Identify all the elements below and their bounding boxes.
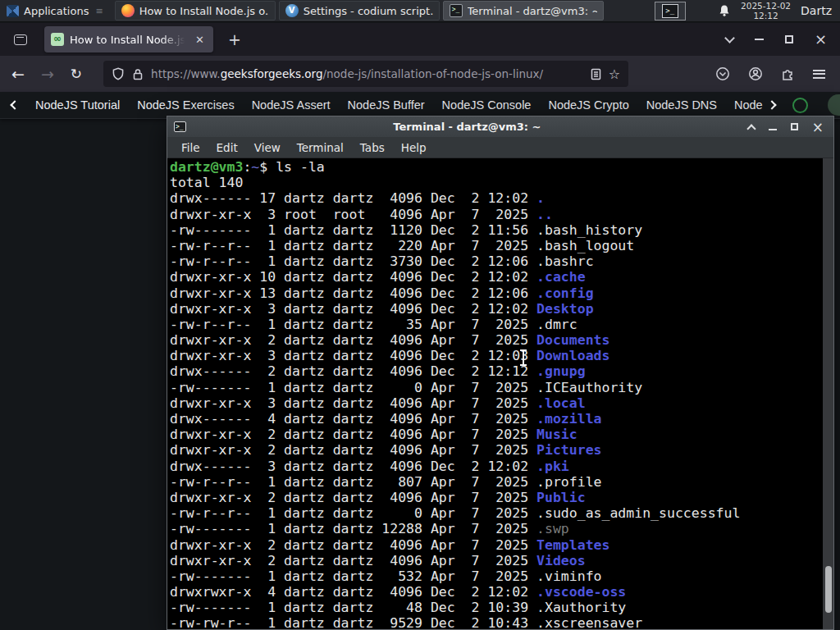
reload-icon[interactable]: ↻ bbox=[62, 62, 90, 85]
clock-time: 12:12 bbox=[741, 11, 791, 21]
site-nav-link[interactable]: NodeJS DNS bbox=[646, 98, 717, 112]
taskbar-button[interactable]: Terminal - dartz@vm3: ~ bbox=[443, 1, 604, 21]
taskbar-button[interactable]: How to Install Node.js o... bbox=[115, 1, 276, 21]
url-text: https://www.geeksforgeeks.org/node-js/in… bbox=[151, 67, 583, 80]
search-icon[interactable] bbox=[792, 98, 808, 113]
panel-clock[interactable]: 2025-12-02 12:12 bbox=[741, 1, 791, 21]
site-nav-link[interactable]: NodeJS Tutorial bbox=[35, 98, 120, 112]
extensions-icon[interactable] bbox=[781, 67, 795, 81]
shield-icon[interactable] bbox=[112, 67, 125, 80]
terminal-menu-item[interactable]: Tabs bbox=[353, 139, 392, 156]
site-nav-link[interactable]: NodeJS Exercises bbox=[137, 98, 234, 112]
window-controls: × bbox=[726, 34, 840, 44]
terminal-window-controls: × bbox=[748, 123, 827, 131]
account-icon[interactable] bbox=[748, 66, 763, 81]
terminal-titlebar-icon: >_ bbox=[174, 121, 186, 132]
taskbar-button[interactable]: Settings - codium script... bbox=[279, 1, 440, 21]
tab-title: How to Install Node.js on bbox=[70, 34, 187, 46]
terminal-icon bbox=[450, 4, 463, 17]
window-maximize-icon[interactable] bbox=[785, 35, 793, 43]
taskbar: How to Install Node.js o... Settings - c… bbox=[115, 0, 607, 22]
terminal-close-icon[interactable]: × bbox=[812, 123, 824, 131]
terminal-body[interactable]: dartz@vm3:~$ ls -latotal 140drwx------ 1… bbox=[167, 158, 833, 629]
window-minimize-icon[interactable] bbox=[755, 39, 764, 40]
site-nav-link[interactable]: NodeJS Crypto bbox=[548, 98, 628, 112]
workspace-terminal-icon: >_ bbox=[662, 4, 678, 18]
top-panel: Applications ≡ How to Install Node.js o.… bbox=[0, 0, 840, 22]
applications-menu-button[interactable]: Applications ≡ bbox=[0, 0, 110, 22]
panel-user-label[interactable]: Dartz bbox=[801, 4, 832, 17]
notifications-bell-icon[interactable] bbox=[718, 4, 731, 17]
task-label: How to Install Node.js o... bbox=[139, 5, 269, 17]
terminal-window: >_ Terminal - dartz@vm3: ~ × File Edit V… bbox=[167, 116, 834, 630]
url-path: /node-js/installation-of-node-js-on-linu… bbox=[323, 67, 544, 80]
vscodium-icon bbox=[285, 4, 299, 17]
site-nav-items: NodeJS Tutorial NodeJS Exercises NodeJS … bbox=[35, 98, 763, 112]
site-nav-link[interactable]: NodeJS Buffer bbox=[348, 98, 425, 112]
browser-tab-active[interactable]: How to Install Node.js on ✕ bbox=[44, 26, 213, 52]
terminal-titlebar[interactable]: >_ Terminal - dartz@vm3: ~ × bbox=[167, 116, 833, 137]
site-nav-link[interactable]: NodeJS Assert bbox=[252, 98, 331, 112]
task-label: Settings - codium script... bbox=[304, 5, 433, 17]
panel-grip-icon: ≡ bbox=[95, 6, 103, 16]
back-icon[interactable]: ← bbox=[3, 62, 33, 86]
terminal-menubar: File Edit View Terminal Tabs Help bbox=[167, 137, 833, 158]
new-tab-button[interactable]: + bbox=[223, 30, 246, 48]
toolbar-right-icons bbox=[715, 66, 840, 81]
browser-tab-bar: How to Install Node.js on ✕ + × bbox=[0, 23, 840, 56]
firefox-view-icon bbox=[14, 34, 27, 45]
site-nav-link[interactable]: NodeJS Console bbox=[442, 98, 532, 112]
reader-mode-icon[interactable] bbox=[591, 68, 601, 80]
site-nav-link[interactable]: Node bbox=[734, 98, 763, 112]
url-bar[interactable]: https://www.geeksforgeeks.org/node-js/in… bbox=[103, 61, 628, 87]
terminal-title: Terminal - dartz@vm3: ~ bbox=[186, 121, 748, 133]
terminal-minimize-icon[interactable] bbox=[769, 129, 777, 130]
terminal-shade-icon[interactable] bbox=[746, 124, 756, 133]
gfg-favicon bbox=[51, 33, 64, 46]
list-all-tabs-chevron-icon[interactable] bbox=[724, 33, 735, 43]
pocket-icon[interactable] bbox=[715, 66, 730, 81]
firefox-icon bbox=[121, 4, 135, 17]
terminal-scrollbar-thumb[interactable] bbox=[825, 566, 832, 613]
terminal-menu-item[interactable]: View bbox=[247, 139, 288, 156]
task-label: Terminal - dartz@vm3: ~ bbox=[468, 5, 597, 17]
forward-icon[interactable]: → bbox=[33, 62, 62, 86]
terminal-menu-item[interactable]: Edit bbox=[209, 139, 245, 156]
workspace-switcher[interactable]: >_ bbox=[655, 2, 686, 21]
url-domain: geeksforgeeks.org bbox=[221, 67, 323, 80]
terminal-output: dartz@vm3:~$ ls -latotal 140drwx------ 1… bbox=[170, 159, 740, 629]
bookmark-star-icon[interactable]: ☆ bbox=[609, 66, 620, 82]
window-close-icon[interactable]: × bbox=[815, 34, 827, 44]
terminal-menu-item[interactable]: File bbox=[174, 139, 208, 156]
applications-icon bbox=[7, 5, 19, 17]
terminal-scrollbar[interactable] bbox=[823, 158, 833, 629]
lock-icon bbox=[132, 68, 144, 80]
terminal-maximize-icon[interactable] bbox=[791, 123, 798, 130]
menu-icon[interactable] bbox=[813, 70, 825, 79]
terminal-menu-item[interactable]: Help bbox=[394, 139, 434, 156]
panel-status-area: 2025-12-02 12:12 Dartz bbox=[718, 1, 840, 21]
tab-close-icon[interactable]: ✕ bbox=[193, 33, 207, 47]
terminal-menu-item[interactable]: Terminal bbox=[290, 139, 351, 156]
browser-toolbar: ← → ↻ https://www.geeksforgeeks.org/node… bbox=[0, 56, 840, 92]
nav-forward-chevron-icon[interactable] bbox=[767, 100, 776, 109]
clock-date: 2025-12-02 bbox=[741, 1, 791, 11]
sign-in-button[interactable]: Sign In bbox=[828, 94, 840, 116]
desktop: Applications ≡ How to Install Node.js o.… bbox=[0, 0, 840, 630]
site-nav-end: Sign In bbox=[792, 94, 840, 116]
nav-back-chevron-icon[interactable] bbox=[10, 100, 19, 109]
url-protocol: https://www. bbox=[151, 67, 221, 80]
firefox-view-button[interactable] bbox=[8, 28, 33, 51]
applications-label: Applications bbox=[24, 5, 89, 17]
